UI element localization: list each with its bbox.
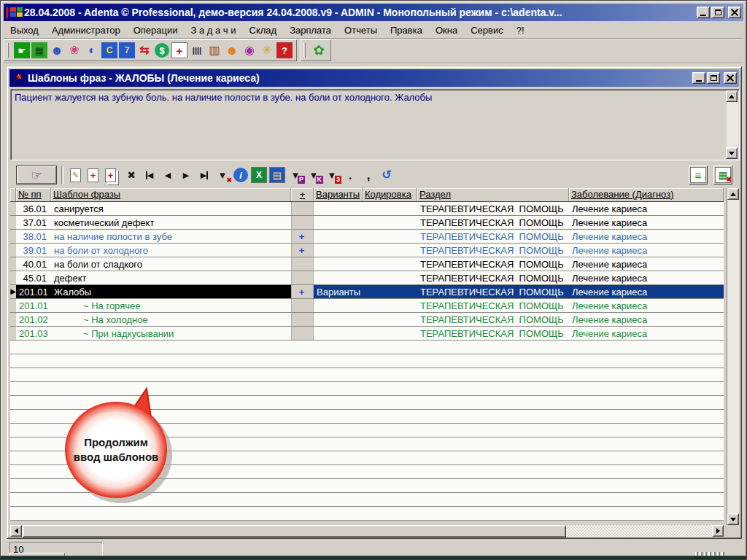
- settings-icon[interactable]: ✳: [259, 42, 275, 58]
- next-record-icon[interactable]: ▶: [178, 167, 194, 183]
- column-header-variants[interactable]: Варианты: [314, 188, 363, 201]
- excel-export-icon[interactable]: X: [251, 167, 267, 183]
- view-list-icon[interactable]: ≡: [690, 167, 706, 183]
- cell-section: ТЕРАПЕВТИЧЕСКАЯ ПОМОЩЬ: [417, 285, 569, 298]
- child-maximize-button[interactable]: [707, 72, 720, 84]
- close-button[interactable]: [728, 7, 741, 18]
- undo-icon[interactable]: ↺: [379, 167, 395, 183]
- menu-item[interactable]: Операции: [127, 23, 185, 38]
- patients-icon[interactable]: ☻: [49, 42, 65, 58]
- notebook-icon[interactable]: ▤: [269, 167, 285, 183]
- staff-icon[interactable]: ☻: [224, 42, 240, 58]
- child-minimize-button[interactable]: [692, 72, 705, 84]
- table-row[interactable]: 37.01косметический дефектТЕРАПЕВТИЧЕСКАЯ…: [10, 216, 724, 230]
- birthdays-icon[interactable]: ❀: [66, 42, 82, 58]
- close-icon: [731, 9, 738, 16]
- scroll-up-button[interactable]: [727, 188, 739, 200]
- menu-item[interactable]: Администратор: [45, 23, 127, 38]
- column-header-coding[interactable]: Кодировка: [363, 188, 417, 201]
- first-record-icon[interactable]: ◀: [142, 167, 158, 183]
- menu-item[interactable]: Окна: [429, 23, 464, 38]
- maximize-button[interactable]: [711, 7, 724, 18]
- last-record-icon[interactable]: ▶: [196, 167, 212, 183]
- menu-item[interactable]: Склад: [243, 23, 284, 38]
- cell-coding: [363, 313, 417, 326]
- help-book-icon[interactable]: ?: [276, 42, 293, 58]
- filter-p-icon[interactable]: ▼P: [287, 167, 303, 183]
- main-toolbar-section-2: ✿: [301, 39, 331, 61]
- filter-3-icon[interactable]: ▼3: [324, 167, 340, 183]
- cell-variants: [314, 299, 363, 312]
- reports-icon[interactable]: ◉: [241, 42, 258, 58]
- table-row[interactable]: 36.01санируетсяТЕРАПЕВТИЧЕСКАЯ ПОМОЩЬЛеч…: [10, 202, 724, 216]
- prev-record-icon[interactable]: ◀: [160, 167, 176, 183]
- comma-button[interactable]: ,: [360, 167, 376, 183]
- table-row[interactable]: 45.01дефектТЕРАПЕВТИЧЕСКАЯ ПОМОЩЬЛечение…: [10, 271, 724, 285]
- column-header-phrase[interactable]: Шаблон фразы: [51, 188, 291, 201]
- cell-coding: [363, 327, 417, 340]
- phrase-memo[interactable]: Пациент жалуется на зубную боль. на нали…: [10, 89, 740, 160]
- hscroll-thumb[interactable]: [23, 525, 566, 537]
- calendar-7-icon[interactable]: 7: [119, 42, 135, 58]
- column-header-indicator[interactable]: [10, 188, 16, 201]
- clear-filter-icon[interactable]: ▼✖: [214, 167, 231, 183]
- cell-phrase: на боли от холодного: [51, 244, 291, 257]
- table-row[interactable]: 38.01на наличие полости в зубе+ТЕРАПЕВТИ…: [10, 230, 724, 244]
- clover-icon[interactable]: ✿: [311, 42, 327, 58]
- column-header-num[interactable]: № пп: [16, 188, 51, 201]
- scroll-down-button[interactable]: [727, 513, 739, 525]
- view-list-icon-button[interactable]: ≡: [689, 166, 708, 184]
- scroll-down-button[interactable]: [726, 147, 738, 159]
- payments-icon[interactable]: $: [155, 43, 169, 58]
- filter-k-icon[interactable]: ▼K: [306, 167, 322, 183]
- scroll-right-button[interactable]: [712, 525, 724, 537]
- menu-item[interactable]: Отчеты: [338, 23, 384, 38]
- minimize-button[interactable]: [697, 7, 710, 18]
- grid-close-icon[interactable]: ▦✖: [715, 167, 731, 183]
- edit-record-icon[interactable]: ✎: [70, 168, 81, 182]
- workplace-icon[interactable]: ▦: [31, 42, 47, 58]
- grid-vscrollbar[interactable]: [727, 188, 739, 525]
- menu-item[interactable]: Выход: [4, 23, 45, 38]
- toolbar-grip[interactable]: [303, 43, 306, 58]
- exit-icon[interactable]: ☛: [14, 42, 30, 58]
- menu-item[interactable]: Зарплата: [283, 23, 338, 38]
- table-row[interactable]: ▶201.01Жалобы+ВариантыТЕРАПЕВТИЧЕСКАЯ ПО…: [10, 285, 724, 299]
- exchange-icon[interactable]: ⇆: [136, 42, 152, 58]
- grid-close-icon-button[interactable]: ▦✖: [713, 166, 732, 184]
- memo-scrollbar[interactable]: [727, 90, 738, 159]
- menu-item[interactable]: ?!: [510, 23, 531, 38]
- toolbar-grip[interactable]: [7, 43, 9, 58]
- table-row[interactable]: 201.01~ На горячееТЕРАПЕВТИЧЕСКАЯ ПОМОЩЬ…: [10, 299, 724, 313]
- copy-record-icon[interactable]: +: [105, 168, 116, 182]
- scroll-up-button[interactable]: [726, 90, 738, 102]
- minimize-icon: [696, 80, 702, 82]
- delete-record-icon[interactable]: ✖: [123, 167, 139, 183]
- add-record-icon[interactable]: +: [88, 168, 98, 182]
- first-aid-icon[interactable]: +: [171, 42, 187, 58]
- schedule-icon[interactable]: ◐: [84, 42, 100, 58]
- calendar-c-icon[interactable]: C: [101, 42, 117, 58]
- column-header-plus[interactable]: +: [291, 188, 314, 201]
- arrow-down-icon: [729, 152, 735, 158]
- table-row[interactable]: 39.01на боли от холодного+ТЕРАПЕВТИЧЕСКА…: [10, 244, 724, 257]
- grid-toolbar-icons: ✎++✖◀◀▶▶▼✖iX▤▼P▼K▼3.,↺: [68, 167, 395, 183]
- menu-item[interactable]: Правка: [384, 23, 429, 38]
- info-icon[interactable]: i: [233, 168, 248, 182]
- table-row[interactable]: 201.03~ При надкусыванииТЕРАПЕВТИЧЕСКАЯ …: [10, 327, 724, 341]
- child-close-button[interactable]: [724, 72, 737, 84]
- dot-button[interactable]: .: [342, 167, 358, 183]
- cash-register-icon[interactable]: ▥: [206, 42, 222, 58]
- select-hand-button[interactable]: ☞: [16, 166, 57, 184]
- column-header-disease[interactable]: Заболевание (Диагноз): [569, 188, 724, 201]
- table-row[interactable]: 40.01на боли от сладкогоТЕРАПЕВТИЧЕСКАЯ …: [10, 257, 724, 271]
- grid-hscrollbar[interactable]: [10, 525, 724, 537]
- scroll-left-button[interactable]: [10, 525, 22, 537]
- column-header-section[interactable]: Раздел: [417, 188, 569, 201]
- menu-bar: ВыходАдминистраторОперацииЗ а д а ч иСкл…: [4, 22, 743, 39]
- menu-item[interactable]: Сервис: [464, 23, 510, 38]
- barcode-icon[interactable]: ||||: [189, 42, 205, 58]
- menu-item[interactable]: З а д а ч и: [185, 23, 243, 38]
- hscroll-track[interactable]: [566, 525, 712, 537]
- table-row[interactable]: 201.02~ На холодноеТЕРАПЕВТИЧЕСКАЯ ПОМОЩ…: [10, 313, 724, 327]
